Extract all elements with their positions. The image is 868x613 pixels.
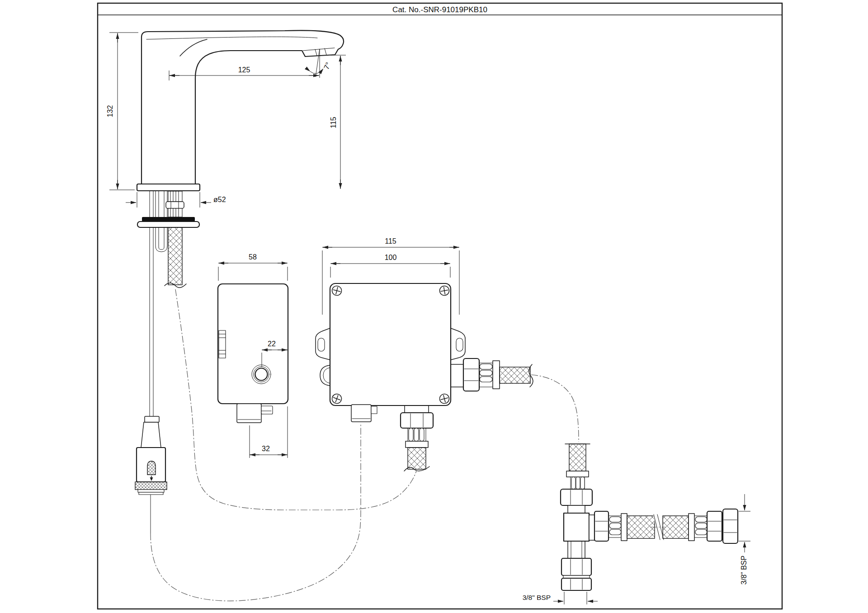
- connector-neck: [141, 422, 161, 448]
- cable-end-cap: [145, 416, 159, 422]
- catalog-number: Cat. No.-SNR-91019PKB10: [392, 5, 487, 14]
- control-unit-view: [218, 284, 288, 423]
- dim-box-overall-width-label: 115: [385, 237, 396, 245]
- dim-spout-reach-label: 125: [238, 66, 250, 74]
- shank-nut: [166, 202, 184, 208]
- side-clip: [219, 330, 226, 358]
- threaded-shank: [166, 191, 184, 217]
- tee-body: [564, 513, 589, 541]
- base-flange: [137, 184, 200, 191]
- tee-top-nut: [561, 489, 592, 505]
- dim-control-unit-width-label: 58: [249, 253, 257, 261]
- technical-drawing-page: Cat. No.-SNR-91019PKB10: [0, 0, 868, 613]
- dim-total-height-label: 132: [106, 105, 114, 118]
- dim-base-diameter-label: ø52: [213, 196, 226, 203]
- inlet-thread-right-label: 3/8" BSP: [740, 556, 748, 585]
- dim-spout-height-label: 115: [330, 117, 337, 128]
- control-unit-body: [218, 284, 288, 404]
- dim-sensor-offset-label: 22: [268, 340, 276, 348]
- installation-drawing: Cat. No.-SNR-91019PKB10: [0, 0, 868, 613]
- rubber-gasket: [142, 217, 195, 222]
- connector-keyway: [147, 461, 156, 475]
- inlet-thread-bottom-label: 3/8" BSP: [523, 594, 551, 601]
- branch-end-nut: [723, 509, 738, 543]
- deck-plate: [137, 222, 199, 227]
- mounting-hole-left: [318, 338, 325, 351]
- mounting-hole-right: [456, 338, 463, 351]
- junction-box-body: [330, 283, 451, 406]
- dim-box-body-width-label: 100: [385, 254, 397, 261]
- dim-connector-offset-label: 32: [262, 445, 270, 453]
- knurled-ring: [135, 482, 167, 490]
- tee-top-hose: [569, 444, 586, 471]
